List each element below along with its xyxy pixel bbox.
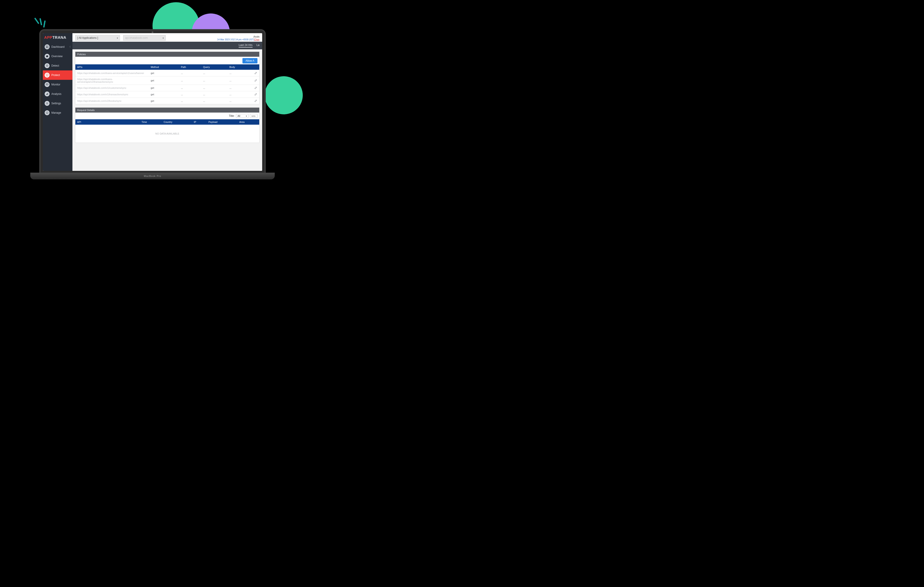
col-path: Path [179, 64, 201, 70]
sidebar-item-dashboard[interactable]: Dashboard 《 [43, 42, 73, 51]
decorative-blob [265, 76, 303, 114]
svg-point-7 [47, 66, 47, 66]
table-row: https://api.khatabook.com/v1/transaction… [75, 91, 259, 98]
device-label: MacBook Pro [144, 175, 161, 177]
sidebar-item-label: Overview [51, 55, 63, 58]
sidebar-item-analysis[interactable]: Analysis [43, 89, 73, 99]
range-partial[interactable]: La [257, 43, 259, 48]
table-row: https://api.khatabook.com/loans-service/… [75, 76, 259, 85]
change-timezone-link[interactable]: Chan [254, 38, 259, 41]
title-filter-select[interactable]: All ▾ [236, 114, 249, 118]
camera-dot [152, 31, 153, 33]
sidebar-item-label: Analysis [51, 92, 61, 96]
cell-query: ... [201, 85, 228, 91]
edit-icon[interactable] [254, 94, 257, 96]
policies-table: APIs Method Path Query Body https://api.… [75, 64, 259, 104]
cell-body: ... [228, 98, 251, 104]
cell-path: ... [179, 91, 201, 98]
application-select[interactable]: [ All Applications ] ▾ [75, 35, 120, 41]
timestamp-value: 14 Mar 2023 3:52:14 pm +0530 (IST) [217, 38, 254, 41]
sidebar-item-protect[interactable]: Protect [43, 71, 73, 80]
sidebar-item-label: Detect [51, 64, 59, 67]
col-api: API [75, 119, 140, 125]
range-last-24hrs[interactable]: Last 24 Hrs [239, 43, 252, 48]
brand-app: APP [44, 35, 52, 40]
time-range-bar: Last 24 Hrs La [73, 42, 262, 49]
analysis-icon [45, 91, 50, 96]
svg-rect-11 [48, 93, 48, 95]
svg-rect-2 [46, 47, 47, 48]
edit-icon[interactable] [254, 87, 257, 90]
dashboard-icon [45, 45, 50, 49]
cell-query: ... [201, 91, 228, 98]
cell-query: ... [201, 70, 228, 76]
site-select[interactable]: api.khatabook.com ▾ [123, 35, 166, 41]
topbar: [ All Applications ] ▾ api.khatabook.com… [73, 33, 262, 42]
svg-rect-8 [46, 84, 48, 85]
sidebar-item-overview[interactable]: Overview [43, 51, 73, 61]
col-area: Area [238, 119, 259, 125]
gear-icon [45, 101, 50, 106]
sidebar-item-label: Dashboard [51, 45, 64, 48]
detect-icon [45, 63, 50, 68]
policies-panel: Policies Allow A APIs Method Path Query [75, 51, 259, 104]
sidebar-item-settings[interactable]: Settings [43, 99, 73, 108]
col-query: Query [201, 64, 228, 70]
sidebar-item-detect[interactable]: Detect [43, 61, 73, 71]
cell-api: https://api.khatabook.com/loans-service/… [75, 70, 149, 76]
cell-path: ... [179, 76, 201, 85]
svg-rect-4 [46, 55, 48, 57]
cell-query: ... [201, 98, 228, 104]
cell-method: get [149, 98, 179, 104]
allow-all-button[interactable]: Allow A [243, 58, 257, 63]
sidebar: APPTRANA Dashboard 《 Overview Detect [43, 33, 73, 171]
request-header: Request Details [75, 108, 259, 112]
manage-icon [45, 110, 50, 115]
edit-icon[interactable] [254, 79, 257, 82]
edit-icon[interactable] [254, 100, 257, 103]
sidebar-item-label: Monitor [51, 83, 60, 86]
chevron-down-icon: ▾ [163, 37, 164, 39]
sidebar-item-monitor[interactable]: Monitor [43, 80, 73, 89]
search-input[interactable] [250, 114, 257, 118]
sidebar-item-label: Protect [51, 74, 60, 77]
brand-logo: APPTRANA [43, 33, 73, 42]
laptop-base: MacBook Pro [30, 173, 275, 180]
cell-method: get [149, 76, 179, 85]
col-time: Time [140, 119, 162, 125]
cell-api: https://api.khatabook.com/v2/books/sync [75, 98, 149, 104]
cell-method: get [149, 70, 179, 76]
request-panel: Request Details Title: All ▾ [75, 107, 259, 143]
cell-method: get [149, 85, 179, 91]
cell-api: https://api.khatabook.com/loans-service/… [75, 76, 149, 85]
cell-api: https://api.khatabook.com/v1/transaction… [75, 91, 149, 98]
laptop-frame: APPTRANA Dashboard 《 Overview Detect [39, 29, 266, 184]
table-row: https://api.khatabook.com/v1/customers/s… [75, 85, 259, 91]
shield-icon [45, 73, 50, 77]
table-row: https://api.khatabook.com/loans-service/… [75, 70, 259, 76]
col-apis: APIs [75, 64, 149, 70]
monitor-icon [45, 82, 50, 87]
cell-body: ... [228, 91, 251, 98]
cell-path: ... [179, 85, 201, 91]
col-body: Body [228, 64, 251, 70]
user-name: Arvin [217, 35, 259, 38]
sidebar-item-label: Settings [51, 102, 61, 105]
col-method: Method [149, 64, 179, 70]
svg-rect-10 [47, 94, 47, 95]
no-data-message: NO DATA AVAILABLE [75, 125, 259, 143]
request-table: API Time Country IP Payload Area [75, 119, 259, 125]
cell-body: ... [228, 76, 251, 85]
cell-body: ... [228, 70, 251, 76]
svg-rect-1 [47, 46, 48, 47]
edit-icon[interactable] [254, 72, 257, 75]
brand-trana: TRANA [52, 35, 66, 40]
sidebar-item-manage[interactable]: Manage [43, 108, 73, 117]
collapse-icon: 《 [68, 45, 71, 48]
col-ip: IP [192, 119, 206, 125]
application-select-value: [ All Applications ] [77, 36, 98, 40]
overview-icon [45, 54, 50, 59]
svg-point-12 [47, 103, 48, 104]
chevron-down-icon: ▾ [117, 37, 118, 39]
col-country: Country [162, 119, 192, 125]
